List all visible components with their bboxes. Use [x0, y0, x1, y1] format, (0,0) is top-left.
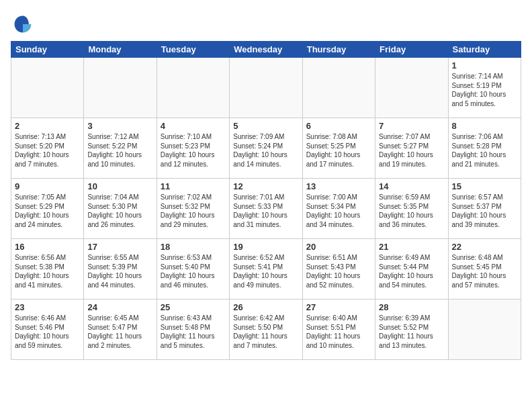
day-header-thursday: Thursday: [302, 42, 375, 58]
day-number: 27: [306, 302, 371, 312]
calendar-cell: 21Sunrise: 6:49 AM Sunset: 5:44 PM Dayli…: [375, 239, 448, 300]
calendar-cell: 28Sunrise: 6:39 AM Sunset: 5:52 PM Dayli…: [375, 300, 448, 360]
day-details: Sunrise: 7:00 AM Sunset: 5:34 PM Dayligh…: [306, 193, 371, 229]
day-header-friday: Friday: [375, 42, 448, 58]
day-header-saturday: Saturday: [448, 42, 521, 58]
day-details: Sunrise: 7:09 AM Sunset: 5:24 PM Dayligh…: [233, 132, 298, 169]
calendar-cell: 10Sunrise: 7:04 AM Sunset: 5:30 PM Dayli…: [84, 179, 157, 239]
day-number: 16: [15, 242, 80, 252]
calendar-week-2: 2Sunrise: 7:13 AM Sunset: 5:20 PM Daylig…: [11, 118, 521, 179]
day-number: 22: [452, 242, 517, 252]
day-details: Sunrise: 6:51 AM Sunset: 5:43 PM Dayligh…: [306, 253, 371, 289]
day-details: Sunrise: 7:07 AM Sunset: 5:27 PM Dayligh…: [379, 132, 444, 169]
calendar-cell: [11, 58, 84, 118]
calendar: SundayMondayTuesdayWednesdayThursdayFrid…: [11, 41, 521, 360]
day-number: 10: [87, 181, 152, 191]
calendar-cell: 24Sunrise: 6:45 AM Sunset: 5:47 PM Dayli…: [84, 300, 157, 360]
day-details: Sunrise: 6:39 AM Sunset: 5:52 PM Dayligh…: [379, 314, 444, 350]
day-details: Sunrise: 6:57 AM Sunset: 5:37 PM Dayligh…: [452, 193, 517, 229]
day-number: 11: [161, 181, 226, 191]
calendar-cell: 27Sunrise: 6:40 AM Sunset: 5:51 PM Dayli…: [302, 300, 375, 360]
day-number: 18: [161, 242, 226, 252]
day-details: Sunrise: 6:43 AM Sunset: 5:48 PM Dayligh…: [161, 314, 226, 350]
day-number: 17: [87, 242, 152, 252]
day-details: Sunrise: 6:40 AM Sunset: 5:51 PM Dayligh…: [306, 314, 371, 350]
day-details: Sunrise: 6:56 AM Sunset: 5:38 PM Dayligh…: [15, 253, 80, 289]
calendar-cell: 3Sunrise: 7:12 AM Sunset: 5:22 PM Daylig…: [84, 118, 157, 179]
calendar-cell: 17Sunrise: 6:55 AM Sunset: 5:39 PM Dayli…: [84, 239, 157, 300]
day-details: Sunrise: 6:46 AM Sunset: 5:46 PM Dayligh…: [15, 314, 80, 350]
calendar-week-5: 23Sunrise: 6:46 AM Sunset: 5:46 PM Dayli…: [11, 300, 521, 360]
calendar-cell: [302, 58, 375, 118]
calendar-cell: 15Sunrise: 6:57 AM Sunset: 5:37 PM Dayli…: [448, 179, 521, 239]
calendar-cell: 19Sunrise: 6:52 AM Sunset: 5:41 PM Dayli…: [230, 239, 302, 300]
day-number: 24: [87, 302, 152, 312]
page-header: [11, 11, 521, 36]
day-number: 13: [306, 181, 371, 191]
day-details: Sunrise: 7:12 AM Sunset: 5:22 PM Dayligh…: [87, 132, 152, 169]
day-details: Sunrise: 7:02 AM Sunset: 5:32 PM Dayligh…: [161, 193, 226, 229]
day-number: 2: [15, 121, 80, 131]
day-number: 28: [379, 302, 444, 312]
calendar-cell: 1Sunrise: 7:14 AM Sunset: 5:19 PM Daylig…: [448, 58, 521, 118]
calendar-header-row: SundayMondayTuesdayWednesdayThursdayFrid…: [11, 42, 521, 58]
logo: [11, 13, 34, 36]
calendar-cell: [157, 58, 229, 118]
day-number: 6: [306, 121, 371, 131]
day-details: Sunrise: 6:59 AM Sunset: 5:35 PM Dayligh…: [379, 193, 444, 229]
calendar-cell: 13Sunrise: 7:00 AM Sunset: 5:34 PM Dayli…: [302, 179, 375, 239]
calendar-week-4: 16Sunrise: 6:56 AM Sunset: 5:38 PM Dayli…: [11, 239, 521, 300]
day-number: 12: [233, 181, 298, 191]
day-header-wednesday: Wednesday: [230, 42, 302, 58]
day-details: Sunrise: 7:04 AM Sunset: 5:30 PM Dayligh…: [87, 193, 152, 229]
day-number: 1: [452, 60, 517, 71]
day-number: 5: [233, 121, 298, 131]
calendar-cell: 22Sunrise: 6:48 AM Sunset: 5:45 PM Dayli…: [448, 239, 521, 300]
day-details: Sunrise: 7:05 AM Sunset: 5:29 PM Dayligh…: [15, 193, 80, 229]
calendar-cell: 6Sunrise: 7:08 AM Sunset: 5:25 PM Daylig…: [302, 118, 375, 179]
day-number: 19: [233, 242, 298, 252]
day-number: 8: [452, 121, 517, 131]
logo-icon: [12, 13, 34, 35]
calendar-cell: 11Sunrise: 7:02 AM Sunset: 5:32 PM Dayli…: [157, 179, 229, 239]
day-details: Sunrise: 6:52 AM Sunset: 5:41 PM Dayligh…: [233, 253, 298, 289]
day-details: Sunrise: 7:01 AM Sunset: 5:33 PM Dayligh…: [233, 193, 298, 229]
day-details: Sunrise: 6:42 AM Sunset: 5:50 PM Dayligh…: [233, 314, 298, 350]
calendar-cell: 25Sunrise: 6:43 AM Sunset: 5:48 PM Dayli…: [157, 300, 229, 360]
day-number: 4: [161, 121, 226, 131]
day-header-monday: Monday: [84, 42, 157, 58]
calendar-cell: [448, 300, 521, 360]
day-number: 26: [233, 302, 298, 312]
day-number: 23: [15, 302, 80, 312]
calendar-cell: 7Sunrise: 7:07 AM Sunset: 5:27 PM Daylig…: [375, 118, 448, 179]
calendar-cell: 14Sunrise: 6:59 AM Sunset: 5:35 PM Dayli…: [375, 179, 448, 239]
day-number: 7: [379, 121, 444, 131]
calendar-week-1: 1Sunrise: 7:14 AM Sunset: 5:19 PM Daylig…: [11, 58, 521, 118]
day-number: 15: [452, 181, 517, 191]
day-details: Sunrise: 6:53 AM Sunset: 5:40 PM Dayligh…: [161, 253, 226, 289]
day-number: 20: [306, 242, 371, 252]
calendar-cell: 12Sunrise: 7:01 AM Sunset: 5:33 PM Dayli…: [230, 179, 302, 239]
day-number: 3: [87, 121, 152, 131]
day-details: Sunrise: 6:45 AM Sunset: 5:47 PM Dayligh…: [87, 314, 152, 350]
day-details: Sunrise: 7:08 AM Sunset: 5:25 PM Dayligh…: [306, 132, 371, 169]
calendar-cell: 26Sunrise: 6:42 AM Sunset: 5:50 PM Dayli…: [230, 300, 302, 360]
day-number: 9: [15, 181, 80, 191]
calendar-cell: 23Sunrise: 6:46 AM Sunset: 5:46 PM Dayli…: [11, 300, 84, 360]
day-details: Sunrise: 6:48 AM Sunset: 5:45 PM Dayligh…: [452, 253, 517, 289]
day-header-sunday: Sunday: [11, 42, 84, 58]
calendar-cell: 9Sunrise: 7:05 AM Sunset: 5:29 PM Daylig…: [11, 179, 84, 239]
calendar-cell: 8Sunrise: 7:06 AM Sunset: 5:28 PM Daylig…: [448, 118, 521, 179]
calendar-week-3: 9Sunrise: 7:05 AM Sunset: 5:29 PM Daylig…: [11, 179, 521, 239]
calendar-cell: 20Sunrise: 6:51 AM Sunset: 5:43 PM Dayli…: [302, 239, 375, 300]
day-number: 21: [379, 242, 444, 252]
calendar-cell: 18Sunrise: 6:53 AM Sunset: 5:40 PM Dayli…: [157, 239, 229, 300]
calendar-cell: [230, 58, 302, 118]
calendar-cell: 4Sunrise: 7:10 AM Sunset: 5:23 PM Daylig…: [157, 118, 229, 179]
calendar-cell: [375, 58, 448, 118]
day-details: Sunrise: 7:06 AM Sunset: 5:28 PM Dayligh…: [452, 132, 517, 169]
day-number: 14: [379, 181, 444, 191]
day-details: Sunrise: 7:13 AM Sunset: 5:20 PM Dayligh…: [15, 132, 80, 169]
day-header-tuesday: Tuesday: [157, 42, 229, 58]
day-details: Sunrise: 6:49 AM Sunset: 5:44 PM Dayligh…: [379, 253, 444, 289]
